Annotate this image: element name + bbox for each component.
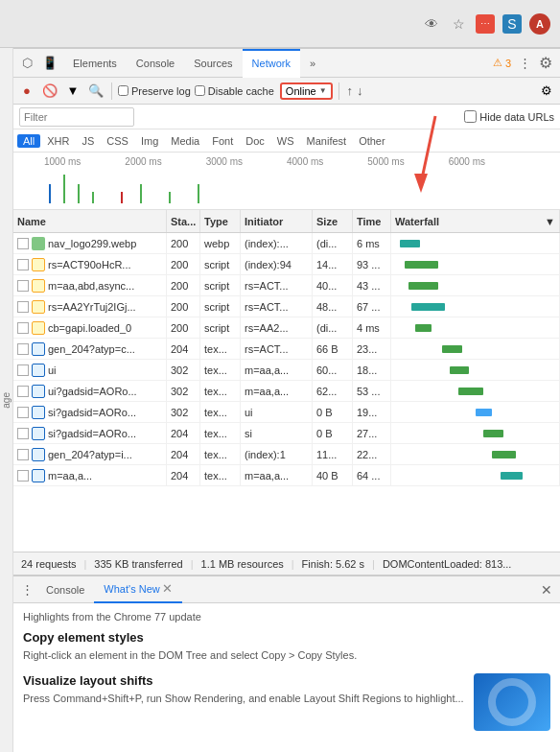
type-filter-other[interactable]: Other <box>353 134 391 148</box>
type-filter-media[interactable]: Media <box>165 134 205 148</box>
table-row[interactable]: si?gadsid=AORo... 204 tex... si 0 B 27..… <box>13 423 560 444</box>
row-checkbox-11[interactable] <box>17 470 29 482</box>
bottom-panel-close[interactable]: ✕ <box>537 580 556 599</box>
type-filter-doc[interactable]: Doc <box>240 134 270 148</box>
network-settings-icon[interactable]: ⚙ <box>537 82 556 101</box>
row-checkbox-2[interactable] <box>17 280 29 292</box>
status-domcontent: DOMContentLoaded: 813... <box>383 558 512 570</box>
table-row[interactable]: ui 302 tex... m=aa,a... 60... 18... <box>13 360 560 381</box>
col-header-initiator[interactable]: Initiator <box>241 210 313 232</box>
col-header-time[interactable]: Time <box>353 210 391 232</box>
row-checkbox-8[interactable] <box>17 407 29 418</box>
cell-size-0: (di... <box>313 233 353 253</box>
table-row[interactable]: nav_logo299.webp 200 webp (index):... (d… <box>13 233 560 254</box>
extension-icon[interactable]: ⋯ <box>476 14 495 34</box>
cell-status-6: 302 <box>167 360 200 380</box>
type-filter-font[interactable]: Font <box>206 134 239 148</box>
col-header-name[interactable]: Name <box>13 210 167 232</box>
network-throttle-dropdown[interactable]: Online <box>280 82 333 100</box>
tab-sources[interactable]: Sources <box>184 49 242 78</box>
row-checkbox-10[interactable] <box>17 449 29 460</box>
avatar[interactable]: A <box>529 13 550 35</box>
slack-icon[interactable]: S <box>502 14 522 34</box>
cell-size-5: 66 B <box>313 339 353 359</box>
row-checkbox-6[interactable] <box>17 364 29 376</box>
tab-console[interactable]: Console <box>127 49 184 78</box>
type-filter-ws[interactable]: WS <box>271 134 300 148</box>
feature-title-1: Visualize layout shifts <box>23 673 464 688</box>
tab-console-bottom[interactable]: Console <box>36 576 94 603</box>
tab-whats-new-close[interactable]: ✕ <box>162 581 173 596</box>
table-row[interactable]: gen_204?atyp=c... 204 tex... rs=ACT... 6… <box>13 339 560 360</box>
table-body: nav_logo299.webp 200 webp (index):... (d… <box>13 233 560 552</box>
cell-waterfall-0 <box>391 233 560 253</box>
tab-overflow-icon[interactable]: ⋮ <box>515 56 535 70</box>
record-button[interactable]: ● <box>17 82 36 101</box>
cell-time-9: 27... <box>353 423 391 443</box>
hide-data-urls-label[interactable]: Hide data URLs <box>464 110 554 123</box>
col-header-waterfall[interactable]: Waterfall ▼ <box>391 210 560 232</box>
col-header-size[interactable]: Size <box>313 210 353 232</box>
row-checkbox-7[interactable] <box>17 386 29 397</box>
cell-name-6: ui <box>13 360 167 380</box>
cell-type-0: webp <box>200 233 241 253</box>
warning-badge: ⚠ 3 <box>493 57 511 69</box>
row-icon-2 <box>32 279 45 293</box>
tab-more[interactable]: » <box>300 49 325 78</box>
table-row[interactable]: rs=ACT90oHcR... 200 script (index):94 14… <box>13 254 560 275</box>
preserve-log-checkbox[interactable] <box>118 85 128 96</box>
eye-icon[interactable]: 👁 <box>422 14 441 34</box>
table-row[interactable]: rs=AA2YrTuj2IGj... 200 script rs=ACT... … <box>13 296 560 317</box>
tab-elements[interactable]: Elements <box>63 49 127 78</box>
cell-initiator-6: m=aa,a... <box>241 360 313 380</box>
devtools-settings-icon[interactable]: ⚙ <box>535 54 556 72</box>
type-filter-all[interactable]: All <box>17 134 40 148</box>
type-filter-img[interactable]: Img <box>135 134 164 148</box>
search-button[interactable]: 🔍 <box>86 82 105 101</box>
inspect-icon[interactable]: ⬡ <box>17 54 36 73</box>
tab-whats-new[interactable]: What's New ✕ <box>94 576 181 603</box>
type-filter-css[interactable]: CSS <box>101 134 134 148</box>
type-filter-manifest[interactable]: Manifest <box>301 134 353 148</box>
disable-cache-checkbox[interactable] <box>195 85 205 96</box>
bottom-panel-content: Highlights from the Chrome 77 update Cop… <box>13 603 560 752</box>
row-checkbox-1[interactable] <box>17 259 29 270</box>
clear-button[interactable]: 🚫 <box>40 82 59 101</box>
row-checkbox-5[interactable] <box>17 343 29 355</box>
table-row[interactable]: si?gadsid=AORo... 302 tex... ui 0 B 19..… <box>13 402 560 423</box>
table-row[interactable]: gen_204?atyp=i... 204 tex... (index):1 1… <box>13 444 560 465</box>
cell-time-1: 93 ... <box>353 254 391 274</box>
cell-initiator-1: (index):94 <box>241 254 313 274</box>
timeline-label-6: 6000 ms <box>449 156 529 167</box>
cell-size-10: 11... <box>313 444 353 464</box>
cell-waterfall-9 <box>391 423 560 443</box>
tab-network[interactable]: Network <box>243 49 300 78</box>
bottom-menu-icon[interactable]: ⋮ <box>17 580 36 599</box>
cell-type-2: script <box>200 275 241 295</box>
row-checkbox-3[interactable] <box>17 301 29 313</box>
filter-toggle[interactable]: ▼ <box>63 82 82 101</box>
row-checkbox-0[interactable] <box>17 238 29 249</box>
row-icon-8 <box>32 406 45 419</box>
star-icon[interactable]: ☆ <box>449 14 468 34</box>
cell-type-4: script <box>200 317 241 338</box>
preserve-log-label[interactable]: Preserve log <box>118 85 191 97</box>
table-row[interactable]: m=aa,a... 204 tex... m=aa,a... 40 B 64 .… <box>13 465 560 486</box>
filter-input[interactable] <box>24 111 129 123</box>
export-button[interactable]: ↓ <box>357 83 363 98</box>
table-row[interactable]: m=aa,abd,async... 200 script rs=ACT... 4… <box>13 275 560 296</box>
table-row[interactable]: ui?gadsid=AORo... 302 tex... m=aa,a... 6… <box>13 381 560 402</box>
col-header-status[interactable]: Sta... <box>167 210 200 232</box>
type-filter-xhr[interactable]: XHR <box>41 134 75 148</box>
cell-waterfall-4 <box>391 317 560 338</box>
device-icon[interactable]: 📱 <box>40 54 59 73</box>
col-header-type[interactable]: Type <box>200 210 241 232</box>
row-checkbox-4[interactable] <box>17 322 29 334</box>
import-button[interactable]: ↑ <box>347 83 354 98</box>
row-checkbox-9[interactable] <box>17 428 29 439</box>
type-filter-js[interactable]: JS <box>76 134 100 148</box>
feature-item-0: Copy element styles Right-click an eleme… <box>23 630 550 664</box>
table-row[interactable]: cb=gapi.loaded_0 200 script rs=AA2... (d… <box>13 317 560 339</box>
hide-data-urls-checkbox[interactable] <box>464 110 477 123</box>
disable-cache-label[interactable]: Disable cache <box>195 85 274 97</box>
